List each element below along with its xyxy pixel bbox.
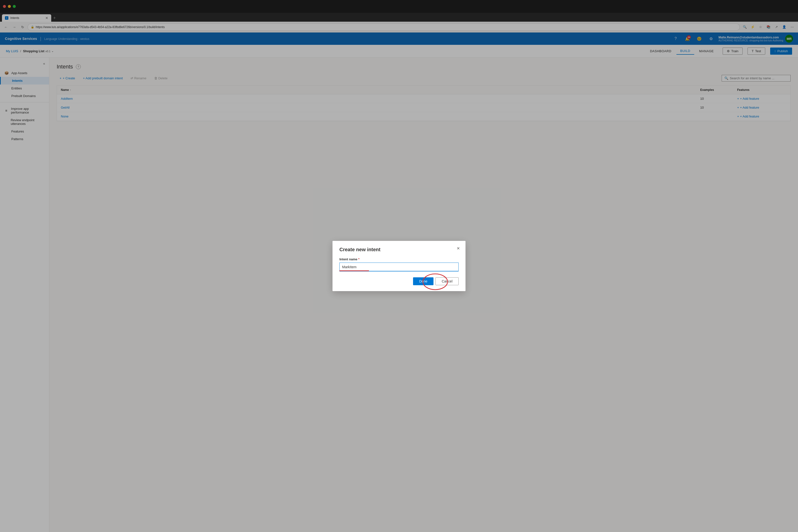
modal-overlay: Create new intent ✕ Intent name * Done C… <box>0 0 798 532</box>
required-marker: * <box>358 258 360 261</box>
cancel-button[interactable]: Cancel <box>435 277 459 285</box>
create-intent-dialog: Create new intent ✕ Intent name * Done C… <box>332 241 466 291</box>
dialog-actions: Done Cancel <box>339 277 459 285</box>
dialog-title: Create new intent <box>339 247 459 252</box>
field-label: Intent name * <box>339 258 459 261</box>
done-button[interactable]: Done <box>413 277 434 285</box>
dialog-close-button[interactable]: ✕ <box>455 245 461 252</box>
intent-name-input[interactable] <box>339 263 459 271</box>
